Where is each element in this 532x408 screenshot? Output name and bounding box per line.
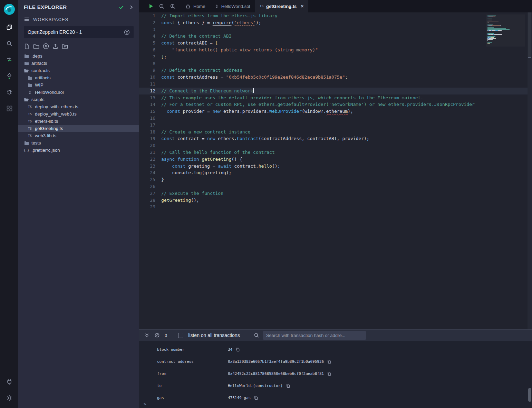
zoom-out-icon[interactable] [159,3,165,9]
zoom-in-icon[interactable] [170,3,176,9]
line-number[interactable]: 5 [139,40,161,47]
code-line[interactable]: 14// For a testnet or custom RPC, use et… [139,101,528,108]
code-line[interactable]: 4// Define the contract ABI [139,33,528,40]
code-line[interactable]: 16 [139,115,528,122]
tree-item-prettierrc-json[interactable]: { }.prettierrc.json [18,147,139,154]
line-number[interactable]: 27 [139,190,161,197]
minimap[interactable] [486,14,525,47]
code-line[interactable]: 8 [139,60,528,67]
code-line[interactable]: 1// Import ethers from the ethers.js lib… [139,12,528,19]
close-tab-icon[interactable]: × [301,4,303,9]
code-line[interactable]: 9// Define the contract address [139,67,528,74]
editor-scrollbar-thumb[interactable] [528,12,531,58]
code-line[interactable]: 15 const provider = new ethers.providers… [139,108,528,115]
line-number[interactable]: 7 [139,53,161,60]
code-line[interactable]: 5const contractABI = [ [139,40,528,47]
upload-icon[interactable] [52,43,58,49]
tree-item-wip[interactable]: WIP [18,81,139,89]
tree-item-artifacts[interactable]: artifacts [18,74,139,81]
chevron-right-icon[interactable] [129,5,134,10]
code-line[interactable]: 21// Call the hello function of the cont… [139,149,528,156]
terminal-prompt[interactable]: > [144,401,146,407]
line-number[interactable]: 3 [139,26,161,33]
code-line[interactable]: 19const contract = new ethers.Contract(c… [139,135,528,142]
remix-logo[interactable] [2,2,17,17]
code-line[interactable]: 27// Execute the function [139,190,528,197]
line-number[interactable]: 26 [139,183,161,190]
line-number[interactable]: 14 [139,101,161,108]
code-line[interactable]: 26 [139,183,528,190]
copy-icon[interactable] [327,371,331,376]
code-line[interactable]: 18// Create a new contract instance [139,129,528,136]
tree-item-deps[interactable]: .deps [18,52,139,60]
code-line[interactable]: 10const contractAddress = "0xb54febb5c0c… [139,74,528,81]
code-line[interactable]: 6 "function hello() public view returns … [139,47,528,53]
tab-home[interactable]: Home [181,0,210,12]
tree-item-scripts[interactable]: scripts [18,96,139,103]
terminal-search-input[interactable] [263,331,366,340]
tree-item-helloworld-sol[interactable]: HelloWorld.sol [18,89,139,96]
line-number[interactable]: 12 [139,88,161,94]
deploy-run-icon[interactable] [0,68,18,84]
plugin-manager-icon[interactable] [0,374,18,390]
new-folder-icon[interactable] [33,43,39,49]
tree-item-deploy-with-ethers-ts[interactable]: TSdeploy_with_ethers.ts [18,103,139,110]
line-number[interactable]: 6 [139,47,161,53]
line-number[interactable]: 17 [139,122,161,129]
copy-icon[interactable] [286,384,290,388]
code-line[interactable]: 2const { ethers } = require('ethers'); [139,19,528,26]
copy-icon[interactable] [235,347,240,352]
collapse-double-chevron-icon[interactable] [144,333,149,338]
code-line[interactable]: 17 [139,122,528,129]
tree-item-contracts[interactable]: contracts [18,67,139,74]
code-line[interactable]: 20 [139,142,528,149]
line-number[interactable]: 25 [139,176,161,183]
tree-item-ethers-lib-ts[interactable]: TSethers-lib.ts [18,118,139,125]
code-line[interactable]: 11 [139,81,528,88]
tree-item-artifacts[interactable]: artifacts [18,60,139,67]
line-number[interactable]: 10 [139,74,161,81]
search-icon[interactable] [0,35,18,51]
line-number[interactable]: 23 [139,163,161,170]
code-line[interactable]: 12// Connect to the Ethereum network [139,88,528,94]
tab-getgreeting-ts[interactable]: TSgetGreeting.ts× [255,0,308,12]
line-number[interactable]: 8 [139,60,161,67]
line-number[interactable]: 9 [139,67,161,74]
new-file-icon[interactable] [24,43,30,49]
check-icon[interactable] [118,4,124,10]
github-icon[interactable] [43,43,49,49]
line-number[interactable]: 21 [139,149,161,156]
terminal-scrollbar-thumb[interactable] [528,388,531,402]
settings-gear-icon[interactable] [0,390,18,406]
line-number[interactable]: 4 [139,33,161,40]
code-line[interactable]: 13// This example uses the default provi… [139,94,528,101]
tree-item-deploy-with-web3-ts[interactable]: TSdeploy_with_web3.ts [18,110,139,118]
tree-item-tests[interactable]: tests [18,139,139,147]
code-line[interactable]: 25} [139,176,528,183]
code-line[interactable]: 28getGreeting(); [139,197,528,204]
line-number[interactable]: 19 [139,135,161,142]
line-number[interactable]: 2 [139,19,161,26]
block-icon[interactable] [154,332,160,338]
workspace-select[interactable]: OpenZeppelin ERC20 - 1 [24,26,134,38]
line-number[interactable]: 29 [139,203,161,210]
tree-item-getgreeting-ts[interactable]: TSgetGreeting.ts [18,125,139,132]
line-number[interactable]: 20 [139,142,161,149]
file-explorer-icon[interactable] [0,19,18,35]
code-line[interactable]: 24 console.log(greeting); [139,169,528,176]
line-number[interactable]: 13 [139,94,161,101]
code-editor[interactable]: 1// Import ethers from the ethers.js lib… [139,12,528,329]
tab-helloworld-sol[interactable]: HelloWorld.sol [210,0,255,12]
plugins-icon[interactable] [0,100,18,116]
line-number[interactable]: 22 [139,156,161,163]
hamburger-icon[interactable] [24,17,29,22]
line-number[interactable]: 24 [139,169,161,176]
line-number[interactable]: 15 [139,108,161,115]
line-number[interactable]: 18 [139,129,161,136]
debugger-icon[interactable] [0,84,18,100]
code-line[interactable]: 29 [139,203,528,210]
code-line[interactable]: 3 [139,26,528,33]
tree-item-web3-lib-ts[interactable]: TSweb3-lib.ts [18,132,139,139]
play-icon[interactable] [148,3,154,9]
copy-icon[interactable] [254,396,258,400]
